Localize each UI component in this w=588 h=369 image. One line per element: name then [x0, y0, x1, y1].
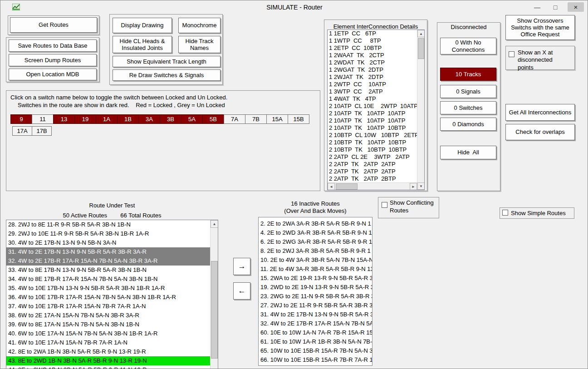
interconnection-row[interactable]: 1 4WAT TK 4TP — [328, 95, 417, 103]
scroll-up-icon[interactable]: ▲ — [417, 30, 425, 37]
interconnection-row[interactable]: 2 10BTP TK 10ATP 10BTP — [328, 139, 417, 146]
interconnection-row[interactable]: 2 10BTP CL 10W 10BTP 2ETP — [328, 132, 417, 139]
interconnection-row[interactable]: 2 2ATP TK 2ATP 2ATP — [328, 168, 417, 175]
switch-button-1A[interactable]: 1A — [96, 114, 118, 124]
inactive-route-item[interactable]: 4. 2E to 2WD 3A-R 3B-R 5A-R 5B-R 9-N 1 — [259, 228, 372, 237]
check-overlaps-button[interactable]: Check for overlaps — [505, 124, 575, 140]
interconnection-vscrollbar[interactable]: ▲ ▼ — [417, 30, 424, 190]
inactive-route-item[interactable]: 60. 10E to 10W 1A-N 7A-R 7B-R 15A-R 15 — [259, 328, 372, 337]
switch-button-5B[interactable]: 5B — [202, 114, 224, 124]
show-crossovers-button[interactable]: Show Crossovers Switchs with the same Of… — [505, 15, 575, 40]
route-item[interactable]: 44. 8E to 2WG 1B-N 3B-N 5A-R 5B-R 9-R 11… — [6, 365, 210, 369]
hide-cl-heads-button[interactable]: Hide CL Heads & Insulated Joints — [113, 36, 172, 53]
screen-dump-button[interactable]: Screen Dump Routes — [9, 54, 97, 66]
switch-button-1B[interactable]: 1B — [117, 114, 139, 124]
switch-button-5A[interactable]: 5A — [181, 114, 203, 124]
route-item[interactable]: 29. 2WJ to 10E 11-R 9-R 5B-R 5A-R 3B-N 1… — [6, 229, 210, 238]
switches-button[interactable]: 0 Switches — [440, 101, 496, 114]
maximize-button[interactable]: □ — [549, 2, 561, 12]
inactive-route-item[interactable]: 61. 10E to 10W 1A-R 1B-R 3B-N 5A-N 7B- — [259, 337, 372, 346]
route-item[interactable]: 43. 8E to 2WD 1B-N 3B-N 5A-R 5B-R 9-N 13… — [6, 356, 210, 365]
route-item[interactable]: 39. 6W to 8E 17A-N 15A-N 7B-N 5A-N 3B-N … — [6, 320, 210, 329]
inactive-route-item[interactable]: 10. 2E to 4W 3A-R 3B-R 5A-N 7B-N 15A-N — [259, 256, 372, 265]
inactive-route-item[interactable]: 32. 4W to 2E 17B-R 17A-R 15A-N 7B-N 5A — [259, 319, 372, 328]
interconnection-hscrollbar[interactable]: ◄ ► — [328, 182, 417, 190]
route-item[interactable]: 42. 8E to 2WA 1B-N 3B-N 5A-R 5B-R 9-N 13… — [6, 347, 210, 356]
route-item[interactable]: 41. 6W to 10E 17A-N 15A-N 7B-R 7A-R 1A-N — [6, 338, 210, 347]
switch-button-13[interactable]: 13 — [53, 114, 75, 124]
interconnection-row[interactable]: 2 2ATP TK 2ATP 2ATP — [328, 161, 417, 168]
move-left-button[interactable]: ← — [233, 282, 250, 300]
inactive-route-item[interactable]: 15. 2WA to 2E 19-R 13-R 9-N 5B-R 5A-R 3 — [259, 274, 372, 283]
interconnection-row[interactable]: 2 2ATP TK 2ATP 2BTP — [328, 175, 417, 182]
switch-button-17B[interactable]: 17B — [32, 126, 52, 136]
monochrome-button[interactable]: Monochrome — [178, 18, 220, 33]
switch-button-3A[interactable]: 3A — [138, 114, 160, 124]
route-item[interactable]: 28. 2WJ to 8E 11-R 9-R 5B-R 5A-R 3B-N 1B… — [6, 220, 210, 229]
tracks-button[interactable]: 10 Tracks — [440, 68, 496, 81]
scroll-right-icon[interactable]: ► — [410, 183, 417, 190]
get-all-interconnections-button[interactable]: Get All Interconnections — [505, 104, 575, 121]
switch-button-15B[interactable]: 15B — [288, 114, 309, 124]
interconnection-row[interactable]: 2 10ATP TK 10ATP 10ATP — [328, 110, 417, 117]
hscroll-thumb[interactable] — [336, 183, 358, 190]
switch-button-9[interactable]: 9 — [10, 114, 32, 124]
signals-button[interactable]: 0 Signals — [440, 85, 496, 98]
interconnection-row[interactable]: 2 10ATP TK 10ATP 10ATP — [328, 117, 417, 124]
switch-button-11[interactable]: 11 — [32, 114, 54, 124]
route-vscrollbar[interactable]: ▲ — [210, 220, 218, 369]
interconnection-row[interactable]: 1 3WTP CC 2ATP — [328, 88, 417, 95]
route-item[interactable]: 35. 4W to 10E 17B-N 13-N 9-N 5B-R 5A-R 3… — [6, 284, 210, 293]
show-conflicting-checkbox[interactable] — [382, 202, 387, 208]
switch-button-17A[interactable]: 17A — [12, 126, 32, 136]
switch-button-7A[interactable]: 7A — [224, 114, 245, 124]
display-drawing-button[interactable]: Display Drawing — [113, 18, 172, 33]
no-connections-button[interactable]: 0 With No Connections — [440, 38, 496, 54]
show-equivalent-length-button[interactable]: Show Equivalent Track Length — [113, 56, 220, 67]
inactive-route-item[interactable]: 6. 2E to 2WG 3A-R 3B-R 5A-R 5B-R 9-R 1 — [259, 237, 372, 246]
interconnection-row[interactable]: 1 2WTP CC 10ATP — [328, 81, 417, 88]
interconnection-row[interactable]: 1 2ETP CC 10BTP — [328, 44, 417, 52]
vscroll-thumb[interactable] — [211, 261, 218, 359]
route-item[interactable]: 38. 6W to 2E 17A-N 15A-N 7B-N 5A-N 3B-R … — [6, 311, 210, 320]
switch-button-19[interactable]: 19 — [74, 114, 96, 124]
diamonds-button[interactable]: 0 Diamonds — [440, 118, 496, 131]
route-item[interactable]: 36. 4W to 10E 17B-R 17A-R 15A-N 7B-N 5A-… — [6, 293, 210, 302]
route-item[interactable]: 34. 4W to 8E 17B-R 17A-R 15A-N 7B-N 5A-N… — [6, 275, 210, 284]
route-item[interactable]: 31. 4W to 2E 17B-N 13-N 9-N 5B-R 5A-R 3B… — [6, 247, 210, 256]
interconnection-row[interactable]: 1 2WGAT TK 2DTP — [328, 66, 417, 74]
interconnection-row[interactable]: 1 2WDAT TK 2CTP — [328, 59, 417, 66]
scroll-down-icon[interactable]: ▼ — [417, 182, 425, 190]
inactive-route-item[interactable]: 23. 2WG to 2E 11-N 9-R 5B-R 5A-R 3B-R 3 — [259, 292, 372, 301]
inactive-route-item[interactable]: 65. 10W to 10E 15B-R 15A-R 7B-N 5A-N 3 — [259, 346, 372, 355]
route-item[interactable]: 40. 6W to 10E 17A-N 15A-N 7B-N 5A-N 3B-N… — [6, 329, 210, 338]
get-routes-button[interactable]: Get Routes — [10, 17, 97, 33]
interconnection-row[interactable]: 1 1WTP CC 8TP — [328, 37, 417, 44]
route-item[interactable]: 32. 4W to 2E 17B-R 17A-R 15A-N 7B-N 5A-N… — [6, 256, 210, 266]
close-button[interactable]: × — [568, 2, 584, 12]
scroll-up-icon[interactable]: ▲ — [211, 220, 218, 228]
inactive-route-item[interactable]: 66. 10W to 10E 15B-R 15A-R 7B-R 7A-R 1. — [259, 355, 372, 364]
minimize-button[interactable]: — — [531, 2, 543, 12]
show-x-checkbox[interactable] — [509, 51, 514, 57]
show-simple-checkbox[interactable] — [502, 210, 508, 216]
interconnection-row[interactable]: 2 2ATP CL 2E 3WTP 2ATP — [328, 153, 417, 161]
inactive-route-item[interactable]: 19. 2WD to 2E 19-N 13-R 9-N 5B-R 5A-R 3 — [259, 283, 372, 292]
route-item[interactable]: 37. 4W to 10E 17B-R 17A-R 15A-N 7B-R 7A-… — [6, 302, 210, 311]
move-right-button[interactable]: → — [233, 258, 250, 275]
hide-all-button[interactable]: Hide All — [440, 146, 496, 159]
open-location-mdb-button[interactable]: Open Location MDB — [9, 69, 97, 80]
switch-button-7B[interactable]: 7B — [245, 114, 267, 124]
interconnection-row[interactable]: 1 2WAAT TK 2CTP — [328, 52, 417, 59]
interconnection-row[interactable]: 1 2WJAT TK 2DTP — [328, 74, 417, 81]
interconnection-row[interactable]: 2 10BTP TK 10BTP 10BTP — [328, 146, 417, 153]
save-routes-button[interactable]: Save Routes to Data Base — [9, 39, 97, 52]
interconnection-row[interactable]: 1 1ETP CC 6TP — [328, 30, 417, 37]
switch-button-3B[interactable]: 3B — [160, 114, 181, 124]
inactive-route-item[interactable]: 8. 2E to 2WJ 3A-R 3B-R 5A-R 5B-R 9-R 1 — [259, 246, 372, 256]
route-item[interactable]: 30. 4W to 2E 17B-N 13-N 9-N 5B-N 3A-N — [6, 238, 210, 247]
route-item[interactable]: 33. 4W to 8E 17B-N 13-N 9-N 5B-R 5A-R 3B… — [6, 266, 210, 275]
inactive-route-item[interactable]: 27. 2WJ to 2E 11-R 9-R 5B-R 5A-R 3B-R 3 — [259, 301, 372, 310]
inactive-route-item[interactable]: 11. 2E to 4W 3A-R 3B-R 5A-R 5B-R 9-N 13 — [259, 265, 372, 274]
switch-button-15A[interactable]: 15A — [266, 114, 288, 124]
